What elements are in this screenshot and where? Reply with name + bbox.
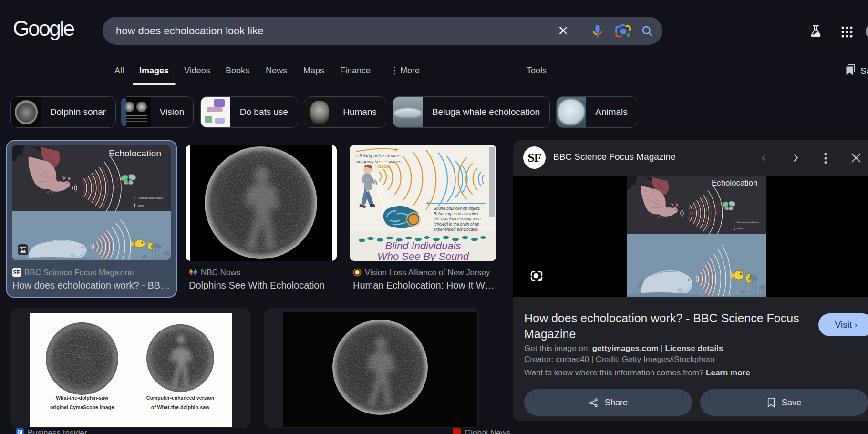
svg-text:the visual processing area: the visual processing area: [434, 217, 481, 221]
svg-text:original CymaScope image: original CymaScope image: [50, 404, 114, 410]
svg-text:Echolocation: Echolocation: [109, 148, 161, 158]
svg-text:Sound bounces off object.: Sound bounces off object.: [434, 206, 480, 211]
svg-text:Clicking noise creates: Clicking noise creates: [356, 153, 401, 158]
svg-text:Sonar: Sonar: [737, 227, 743, 230]
svg-text:Sonar: Sonar: [138, 204, 145, 207]
svg-text:Returning sound waves: Returning sound waves: [737, 221, 759, 223]
svg-text:experienced echolocator.: experienced echolocator.: [434, 227, 479, 232]
svg-text:(circled) in the brain of an: (circled) in the brain of an: [434, 222, 479, 227]
svg-text:What-the-dolphin-saw: What-the-dolphin-saw: [56, 395, 108, 401]
svg-text:Who See By Sound: Who See By Sound: [377, 250, 469, 261]
svg-text:of What-the-dolphin-saw: of What-the-dolphin-saw: [151, 404, 210, 410]
svg-text:Returning sound waves: Returning sound waves: [138, 196, 163, 199]
svg-text:CLICK: CLICK: [377, 165, 389, 169]
svg-text:Returning echo activates: Returning echo activates: [434, 211, 478, 216]
svg-text:Computer-enhanced version: Computer-enhanced version: [146, 395, 214, 401]
svg-text:Echolocation: Echolocation: [712, 178, 757, 187]
